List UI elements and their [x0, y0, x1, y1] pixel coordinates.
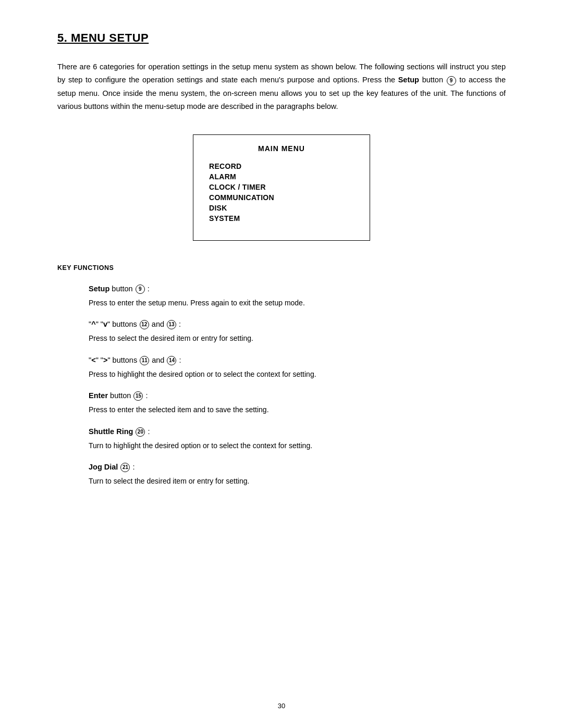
jog-num: 21: [120, 463, 130, 472]
setup-colon: :: [148, 285, 150, 293]
function-heading-setup: Setup button 9 :: [89, 285, 506, 294]
setup-heading-bold: Setup: [89, 285, 109, 293]
updown-quote3: ": [107, 320, 110, 328]
leftright-and: and: [152, 356, 166, 364]
key-functions-label: KEY FUNCTIONS: [57, 264, 506, 272]
page-container: 5. MENU SETUP There are 6 categories for…: [0, 0, 563, 728]
list-item: SYSTEM: [209, 214, 354, 223]
setup-button-num: 9: [136, 285, 145, 294]
setup-bold-label: Setup: [398, 76, 419, 84]
function-item-shuttle: Shuttle Ring 20 : Turn to highlight the …: [57, 427, 506, 452]
list-item: DISK: [209, 204, 354, 212]
updown-quote2: " ": [96, 320, 103, 328]
intro-paragraph: There are 6 categories for operation set…: [57, 60, 506, 114]
main-menu-list: RECORD ALARM CLOCK / TIMER COMMUNICATION…: [209, 162, 354, 223]
updown-and: and: [152, 320, 166, 328]
section-title: 5. MENU SETUP: [57, 31, 506, 45]
leftright-description: Press to highlight the desired option or…: [89, 368, 506, 380]
setup-circle-9: 9: [447, 76, 456, 85]
function-item-jog: Jog Dial 21 : Turn to select the desired…: [57, 463, 506, 487]
function-item-updown: "^" "v" buttons 12 and 13 : Press to sel…: [57, 320, 506, 344]
leftright-lt: <: [91, 356, 95, 364]
shuttle-bold: Shuttle Ring: [89, 427, 133, 436]
updown-buttons-text: buttons: [112, 320, 139, 328]
function-heading-leftright: "<" ">" buttons 11 and 14 :: [89, 356, 506, 365]
enter-rest: button: [110, 391, 133, 400]
leftright-num2: 14: [167, 356, 176, 365]
enter-num: 15: [133, 391, 143, 401]
setup-heading-rest: button: [112, 285, 134, 293]
function-heading-enter: Enter button 15 :: [89, 391, 506, 401]
main-menu-wrapper: MAIN MENU RECORD ALARM CLOCK / TIMER COM…: [57, 134, 506, 241]
leftright-quote3: ": [107, 356, 110, 364]
enter-bold: Enter: [89, 391, 108, 400]
shuttle-description: Turn to highlight the desired option or …: [89, 440, 506, 451]
jog-bold: Jog Dial: [89, 463, 118, 471]
function-heading-updown: "^" "v" buttons 12 and 13 :: [89, 320, 506, 329]
updown-down: v: [103, 320, 107, 328]
list-item: COMMUNICATION: [209, 193, 354, 202]
jog-description: Turn to select the desired item or entry…: [89, 475, 506, 487]
main-menu-title: MAIN MENU: [209, 144, 354, 153]
setup-description: Press to enter the setup menu. Press aga…: [89, 297, 506, 309]
main-menu-box: MAIN MENU RECORD ALARM CLOCK / TIMER COM…: [193, 134, 370, 241]
page-number: 30: [0, 702, 563, 710]
updown-num2: 13: [167, 320, 176, 329]
shuttle-num: 20: [136, 427, 145, 437]
leftright-num1: 11: [140, 356, 149, 365]
list-item: CLOCK / TIMER: [209, 183, 354, 191]
leftright-buttons-text: buttons: [113, 356, 140, 364]
function-heading-shuttle: Shuttle Ring 20 :: [89, 427, 506, 437]
updown-colon: :: [179, 320, 181, 328]
leftright-quote2: " ": [96, 356, 103, 364]
updown-description: Press to select the desired item or entr…: [89, 332, 506, 344]
enter-description: Press to enter the selected item and to …: [89, 404, 506, 415]
function-heading-jog: Jog Dial 21 :: [89, 463, 506, 472]
updown-num1: 12: [140, 320, 149, 329]
list-item: RECORD: [209, 162, 354, 170]
enter-colon: :: [145, 391, 148, 400]
function-item-enter: Enter button 15 : Press to enter the sel…: [57, 391, 506, 416]
function-item-setup: Setup button 9 : Press to enter the setu…: [57, 285, 506, 309]
key-functions-section: KEY FUNCTIONS Setup button 9 : Press to …: [57, 264, 506, 487]
jog-colon: :: [132, 463, 134, 471]
leftright-colon: :: [179, 356, 181, 364]
list-item: ALARM: [209, 172, 354, 181]
shuttle-colon: :: [148, 427, 150, 436]
updown-up: ^: [91, 320, 95, 328]
function-item-leftright: "<" ">" buttons 11 and 14 : Press to hig…: [57, 356, 506, 380]
